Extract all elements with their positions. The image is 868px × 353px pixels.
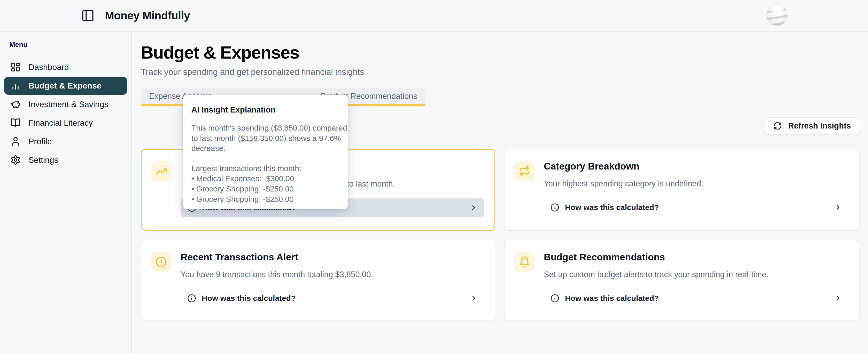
chevron-right-icon [834,294,842,302]
tooltip-text-line: decrease. [191,143,339,153]
how-calculated-label: How was this calculated? [202,294,296,303]
budget-recommendations-card: Budget Recommendations Set up custom bud… [504,240,860,321]
alert-circle-icon [151,252,171,272]
refresh-button-label: Refresh Insights [788,121,851,131]
bell-icon [514,252,534,272]
sidebar-item-dashboard[interactable]: Dashboard [4,58,127,76]
chevron-right-icon [834,204,842,211]
tooltip-bullet: • Grocery Shopping: -$250.00 [191,194,339,204]
sidebar-item-profile[interactable]: Profile [4,132,127,150]
refresh-insights-button[interactable]: Refresh Insights [764,117,860,135]
sidebar-item-investment-savings[interactable]: Investment & Savings [4,95,127,113]
sidebar-item-budget-expense[interactable]: Budget & Expense [4,77,127,95]
chevron-right-icon [470,204,477,212]
card-body: Set up custom budget alerts to track you… [544,270,848,279]
tooltip-text-line: This month's spending ($3,850.00) compar… [191,123,339,133]
sidebar-nav: Dashboard Budget & Expense Investme [0,58,131,169]
chevron-right-icon [470,294,478,302]
refresh-icon [773,121,782,130]
sidebar: Menu Dashboard Budget & Expense [0,32,132,352]
sidebar-item-label: Budget & Expense [28,81,101,91]
gear-icon [10,155,21,165]
info-icon [551,294,559,303]
tooltip-bullet: • Grocery Shopping: -$250.00 [191,184,339,194]
sidebar-item-label: Profile [28,137,52,146]
sidebar-toggle-button[interactable] [81,9,95,22]
book-open-icon [10,118,21,128]
card-title: Budget Recommendations [544,252,848,263]
sidebar-item-financial-literacy[interactable]: Financial Literacy [4,114,127,132]
piggy-bank-icon [10,99,21,109]
user-icon [10,136,21,147]
sidebar-item-settings[interactable]: Settings [4,151,127,169]
page-title: Budget & Expenses [141,42,860,63]
app-header: Money Mindfully [0,0,868,32]
category-breakdown-card: Category Breakdown Your highest spending… [504,149,860,231]
info-icon [187,294,196,303]
repeat-icon [514,161,534,181]
trending-up-icon [151,161,172,181]
tooltip-text-line: Largest transactions this month: [191,163,339,174]
how-calculated-label: How was this calculated? [565,294,659,303]
how-calculated-link[interactable]: How was this calculated? [544,289,848,308]
tooltip-bullet: • Medical Expenses: -$300.00 [191,173,339,184]
card-body: You have 9 transactions this month total… [181,270,485,279]
info-icon [551,203,559,212]
sidebar-item-label: Investment & Savings [28,100,108,109]
card-title: Recent Transactions Alert [181,252,485,263]
tooltip-body: This month's spending ($3,850.00) compar… [191,123,339,204]
how-calculated-label: How was this calculated? [565,203,659,212]
sidebar-item-label: Financial Literacy [28,118,93,128]
dashboard-icon [10,62,21,72]
menu-section-label: Menu [9,41,131,49]
ai-insight-tooltip: AI Insight Explanation This month's spen… [183,95,348,209]
page-subtitle: Track your spending and get personalized… [141,67,860,77]
sidebar-item-label: Settings [28,155,58,165]
bar-chart-icon [10,80,21,91]
how-calculated-link[interactable]: How was this calculated? [181,289,485,308]
card-title: Category Breakdown [544,161,848,172]
recent-transactions-card: Recent Transactions Alert You have 9 tra… [141,240,495,321]
sidebar-item-label: Dashboard [28,63,69,72]
tooltip-title: AI Insight Explanation [191,105,339,114]
user-avatar[interactable] [767,4,788,26]
how-calculated-link[interactable]: How was this calculated? [544,198,848,217]
app-title: Money Mindfully [105,9,190,22]
card-body: Your highest spending category is undefi… [544,179,848,188]
tooltip-text-line: to last month ($159,350.00) shows a 97.6… [191,133,339,143]
